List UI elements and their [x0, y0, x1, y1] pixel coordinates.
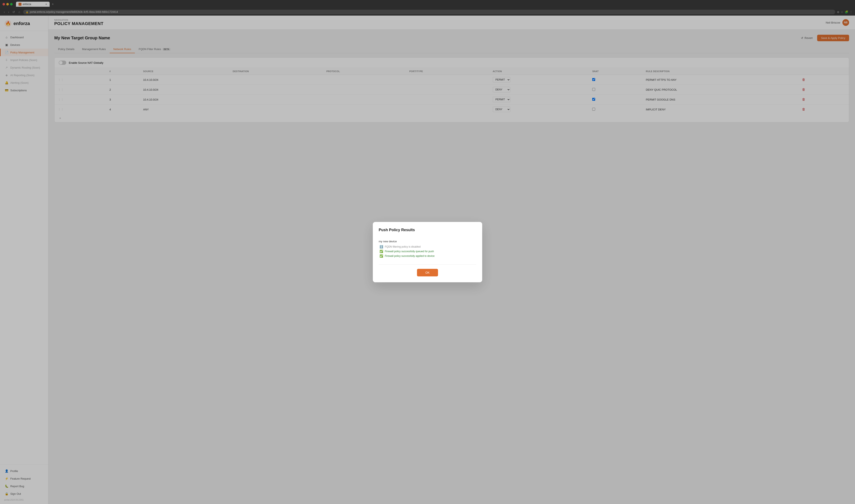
push-policy-modal: Push Policy Results my new device ℹ️ FQD… [373, 222, 482, 282]
result-text: FQDN filtering policy is disabled [385, 245, 421, 248]
success-icon: ✅ [379, 250, 383, 253]
success-icon: ✅ [379, 254, 383, 258]
result-text: Firewall policy successfully queued for … [385, 250, 434, 253]
result-item-applied: ✅ Firewall policy successfully applied t… [379, 254, 476, 258]
result-item-queued: ✅ Firewall policy successfully queued fo… [379, 250, 476, 253]
device-result: my new device ℹ️ FQDN filtering policy i… [379, 236, 476, 261]
device-name: my new device [379, 240, 476, 243]
result-item-fqdn: ℹ️ FQDN filtering policy is disabled [379, 245, 476, 248]
result-text: Firewall policy successfully applied to … [385, 254, 435, 257]
modal-overlay[interactable]: Push Policy Results my new device ℹ️ FQD… [0, 0, 855, 504]
modal-footer: OK [379, 269, 476, 276]
modal-title: Push Policy Results [379, 228, 476, 232]
ok-button[interactable]: OK [417, 269, 438, 276]
result-list: ℹ️ FQDN filtering policy is disabled ✅ F… [379, 245, 476, 258]
info-icon: ℹ️ [379, 245, 383, 248]
